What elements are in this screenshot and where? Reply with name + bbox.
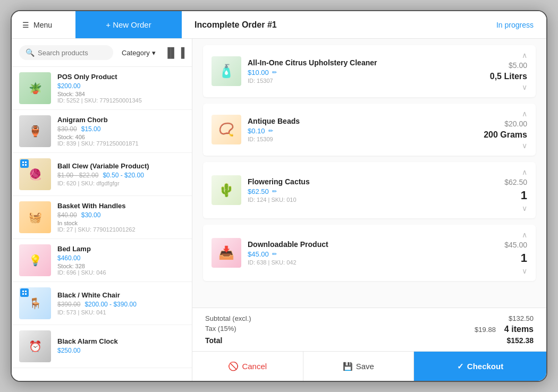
order-item-qty: 200 Grams	[484, 130, 527, 140]
order-item-id: ID: 15307	[248, 78, 484, 84]
order-item-id: ID: 124 | SKU: 010	[248, 197, 498, 203]
order-item-name: Antique Beads	[248, 117, 477, 125]
order-item-row: 📥 Downloadable Product $45.00 ✏ ID: 638 …	[212, 231, 527, 275]
item-price-value: $62.50	[248, 188, 269, 195]
price-row: $40.00 $30.00	[57, 211, 184, 219]
total-row: Total $152.38	[205, 336, 534, 345]
order-item-details: All-In-One Citrus Upholstery Cleaner $10…	[248, 58, 484, 84]
order-item: 📥 Downloadable Product $45.00 ✏ ID: 638 …	[203, 225, 536, 281]
qty-increase-icon[interactable]: ∧	[522, 231, 527, 238]
product-sku: ID: 696 | SKU: 046	[57, 269, 184, 276]
qty-increase-icon[interactable]: ∧	[522, 52, 527, 59]
product-info: Bed Lamp $460.00 Stock: 328 ID: 696 | SK…	[57, 245, 184, 276]
product-info: Black / White Chair $390.00 $200.00 - $3…	[57, 291, 184, 316]
svg-rect-0	[22, 161, 24, 163]
product-item[interactable]: 🧺 Basket With Handles $40.00 $30.00 In s…	[12, 196, 192, 239]
order-item-price: $0.10 ✏	[248, 127, 477, 135]
product-stock: Stock: 406	[57, 134, 184, 140]
price-original: $30.00	[57, 125, 77, 133]
price-current: $200.00	[57, 82, 80, 90]
variable-badge	[20, 159, 29, 168]
search-icon: 🔍	[26, 48, 35, 57]
checkout-label: Checkout	[467, 362, 503, 371]
product-info: Basket With Handles $40.00 $30.00 In sto…	[57, 202, 184, 233]
cancel-label: Cancel	[242, 362, 267, 371]
new-order-button[interactable]: + New Order	[75, 11, 182, 38]
product-panel: 🔍 Category ▾ ▐▌▐ 🪴 POS Only Product $200…	[12, 39, 192, 381]
cancel-icon: 🚫	[228, 361, 239, 371]
qty-increase-icon[interactable]: ∧	[522, 168, 527, 176]
category-arrow-icon: ▾	[152, 49, 156, 57]
product-sku: ID: 573 | SKU: 041	[57, 309, 184, 316]
product-thumbnail: 🏺	[19, 115, 51, 147]
price-row: $250.00	[57, 347, 184, 354]
save-icon: 💾	[343, 362, 353, 371]
price-current: $250.00	[57, 347, 80, 354]
edit-price-icon[interactable]: ✏	[272, 188, 277, 195]
order-item-right: ∧ $45.00 1 ∨	[504, 231, 527, 275]
product-item[interactable]: 🧶 Ball Clew (Variable Product) $1.00 - $…	[12, 153, 192, 196]
price-row: $30.00 $15.00	[57, 125, 184, 133]
order-item-price: $10.00 ✏	[248, 69, 484, 76]
search-input[interactable]	[38, 49, 107, 57]
svg-rect-5	[25, 291, 27, 292]
product-stock: Stock: 384	[57, 91, 184, 97]
price-current: $15.00	[81, 125, 101, 133]
price-row: $200.00	[57, 82, 184, 90]
main-content: 🔍 Category ▾ ▐▌▐ 🪴 POS Only Product $200…	[12, 39, 546, 381]
order-item: 🧴 All-In-One Citrus Upholstery Cleaner $…	[203, 45, 536, 97]
product-list: 🪴 POS Only Product $200.00 Stock: 384 ID…	[12, 67, 192, 381]
order-status[interactable]: In progress	[496, 21, 546, 29]
order-item-qty: 1	[521, 189, 527, 202]
product-thumbnail: ⏰	[19, 330, 51, 362]
category-filter[interactable]: Category ▾	[117, 47, 160, 59]
product-item[interactable]: 🏺 Anigram Chorb $30.00 $15.00 Stock: 406…	[12, 110, 192, 153]
svg-rect-1	[25, 161, 27, 163]
qty-decrease-icon[interactable]: ∨	[522, 83, 527, 91]
order-item: 🌵 Flowering Cactus $62.50 ✏ ID: 124 | SK…	[203, 162, 536, 218]
product-item[interactable]: 💡 Bed Lamp $460.00 Stock: 328 ID: 696 | …	[12, 239, 192, 282]
edit-price-icon[interactable]: ✏	[268, 127, 273, 134]
order-item-subtotal: $45.00	[504, 241, 527, 249]
tax-value: $19.88	[475, 326, 496, 334]
save-button[interactable]: 💾 Save	[303, 352, 415, 381]
edit-price-icon[interactable]: ✏	[272, 251, 277, 258]
product-item[interactable]: 🪴 POS Only Product $200.00 Stock: 384 ID…	[12, 67, 192, 110]
svg-rect-7	[25, 293, 27, 295]
order-item-name: Flowering Cactus	[248, 177, 498, 186]
category-label: Category	[122, 49, 150, 57]
product-info: Ball Clew (Variable Product) $1.00 - $22…	[57, 162, 184, 186]
order-item-row: 🌵 Flowering Cactus $62.50 ✏ ID: 124 | SK…	[212, 168, 527, 212]
new-order-label: + New Order	[106, 20, 151, 29]
footer: 🚫 Cancel 💾 Save ✓ Checkout	[192, 351, 546, 381]
product-thumbnail: 🧺	[19, 201, 51, 233]
edit-price-icon[interactable]: ✏	[272, 69, 277, 76]
qty-decrease-icon[interactable]: ∨	[522, 204, 527, 212]
qty-increase-icon[interactable]: ∧	[522, 110, 527, 117]
menu-button[interactable]: ☰ Menu	[12, 21, 75, 29]
order-item-subtotal: $20.00	[504, 120, 527, 128]
order-item-details: Antique Beads $0.10 ✏ ID: 15309	[248, 117, 477, 142]
product-thumbnail: 🧶	[19, 158, 51, 190]
svg-rect-6	[22, 293, 24, 295]
qty-decrease-icon[interactable]: ∨	[522, 142, 527, 149]
product-thumbnail: 💡	[19, 244, 51, 276]
order-summary: Subtotal (excl.) $132.50 Tax (15%) $19.8…	[192, 308, 546, 351]
product-stock: In stock	[57, 220, 184, 226]
header: ☰ Menu + New Order Incomplete Order #1 I…	[12, 11, 546, 39]
qty-decrease-icon[interactable]: ∨	[522, 267, 527, 275]
product-item[interactable]: ⏰ Black Alarm Clock $250.00	[12, 325, 192, 368]
price-current: $30.00	[81, 211, 101, 219]
price-range: $200.00 - $390.00	[84, 301, 136, 308]
barcode-icon[interactable]: ▐▌▐	[164, 47, 184, 58]
checkout-button[interactable]: ✓ Checkout	[414, 352, 546, 381]
price-row: $390.00 $200.00 - $390.00	[57, 301, 184, 308]
price-current: $460.00	[57, 254, 80, 262]
order-panel: 🧴 All-In-One Citrus Upholstery Cleaner $…	[192, 39, 546, 381]
product-thumbnail: 🪴	[19, 72, 51, 104]
order-thumbnail: 📿	[212, 115, 241, 144]
product-item[interactable]: 🪑 Black / White Chair $390.00 $200.00 - …	[12, 282, 192, 325]
search-wrap: 🔍	[19, 45, 113, 60]
cancel-button[interactable]: 🚫 Cancel	[192, 352, 303, 381]
product-thumbnail: 🪑	[19, 287, 51, 319]
